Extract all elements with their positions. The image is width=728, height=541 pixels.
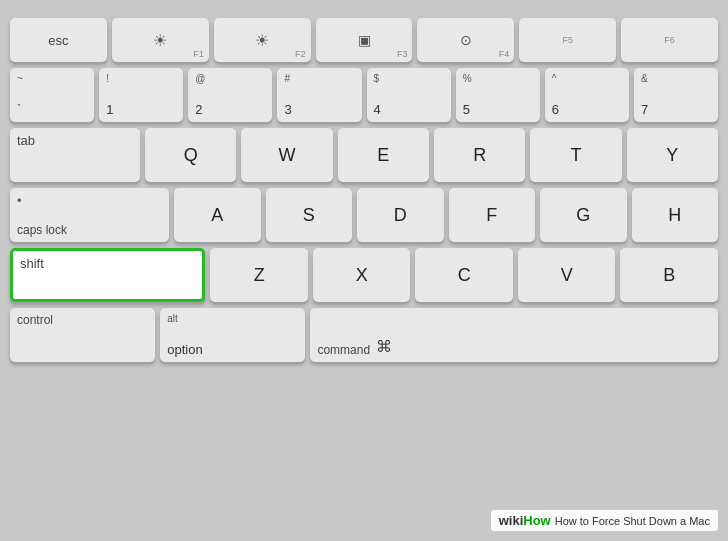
- key-7[interactable]: & 7: [634, 68, 718, 122]
- f-letter: F: [456, 205, 529, 226]
- key-option[interactable]: alt option: [160, 308, 305, 362]
- key-caps[interactable]: • caps lock: [10, 188, 169, 242]
- h-letter: H: [639, 205, 712, 226]
- tilde-bottom: `: [17, 102, 87, 117]
- key-v[interactable]: V: [518, 248, 616, 302]
- asdf-key-row: • caps lock A S D F G: [10, 188, 718, 242]
- key-f3[interactable]: ▣ F3: [316, 18, 413, 62]
- caps-label: caps lock: [17, 223, 162, 237]
- key-f6[interactable]: F6: [621, 18, 718, 62]
- q-letter: Q: [152, 145, 229, 166]
- f2-icon: ☀: [255, 31, 269, 50]
- key5-bottom: 5: [463, 102, 533, 117]
- d-letter: D: [364, 205, 437, 226]
- key-f4[interactable]: ⊙ F4: [417, 18, 514, 62]
- key1-top: !: [106, 73, 176, 85]
- e-letter: E: [345, 145, 422, 166]
- c-letter: C: [422, 265, 506, 286]
- key-t[interactable]: T: [530, 128, 621, 182]
- keyboard-image: esc ☀ F1 ☀ F2 ▣ F3 ⊙ F4: [0, 0, 728, 541]
- key-f1[interactable]: ☀ F1: [112, 18, 209, 62]
- y-letter: Y: [634, 145, 711, 166]
- option-bottom: option: [167, 342, 298, 357]
- key-6[interactable]: ^ 6: [545, 68, 629, 122]
- tab-label: tab: [17, 133, 133, 148]
- caps-dot: •: [17, 193, 162, 208]
- w-letter: W: [248, 145, 325, 166]
- key-5[interactable]: % 5: [456, 68, 540, 122]
- r-letter: R: [441, 145, 518, 166]
- key-c[interactable]: C: [415, 248, 513, 302]
- wiki-text: wiki: [499, 513, 524, 528]
- shift-label: shift: [20, 256, 195, 271]
- t-letter: T: [537, 145, 614, 166]
- x-letter: X: [320, 265, 404, 286]
- command-icon: ⌘: [376, 337, 392, 356]
- key-control[interactable]: control: [10, 308, 155, 362]
- how-text: How: [523, 513, 550, 528]
- key-w[interactable]: W: [241, 128, 332, 182]
- key2-top: @: [195, 73, 265, 85]
- key-x[interactable]: X: [313, 248, 411, 302]
- key-f5[interactable]: F5: [519, 18, 616, 62]
- key-esc[interactable]: esc: [10, 18, 107, 62]
- key2-bottom: 2: [195, 102, 265, 117]
- key-z[interactable]: Z: [210, 248, 308, 302]
- key3-bottom: 3: [284, 102, 354, 117]
- key-e[interactable]: E: [338, 128, 429, 182]
- key7-top: &: [641, 73, 711, 85]
- f1-label: F1: [193, 49, 204, 59]
- key6-bottom: 6: [552, 102, 622, 117]
- b-letter: B: [627, 265, 711, 286]
- key1-bottom: 1: [106, 102, 176, 117]
- key-y[interactable]: Y: [627, 128, 718, 182]
- badge-desc: How to Force Shut Down a Mac: [555, 515, 710, 527]
- key-tilde[interactable]: ~ `: [10, 68, 94, 122]
- key-s[interactable]: S: [266, 188, 353, 242]
- f4-label: F4: [499, 49, 510, 59]
- z-letter: Z: [217, 265, 301, 286]
- key-1[interactable]: ! 1: [99, 68, 183, 122]
- f2-label: F2: [295, 49, 306, 59]
- key5-top: %: [463, 73, 533, 85]
- key-g[interactable]: G: [540, 188, 627, 242]
- f6-label: F6: [664, 35, 675, 45]
- key3-top: #: [284, 73, 354, 85]
- esc-label: esc: [48, 33, 68, 48]
- key-b[interactable]: B: [620, 248, 718, 302]
- key-d[interactable]: D: [357, 188, 444, 242]
- f1-icon: ☀: [153, 31, 167, 50]
- key-q[interactable]: Q: [145, 128, 236, 182]
- qwerty-key-row: tab Q W E R T: [10, 128, 718, 182]
- zxcv-key-row: shift Z X C V B: [10, 248, 718, 302]
- key-4[interactable]: $ 4: [367, 68, 451, 122]
- a-letter: A: [181, 205, 254, 226]
- g-letter: G: [547, 205, 620, 226]
- tilde-top: ~: [17, 73, 87, 85]
- key-2[interactable]: @ 2: [188, 68, 272, 122]
- v-letter: V: [525, 265, 609, 286]
- key-h[interactable]: H: [632, 188, 719, 242]
- key4-top: $: [374, 73, 444, 85]
- key-tab[interactable]: tab: [10, 128, 140, 182]
- option-top: alt: [167, 313, 298, 325]
- modifier-key-row: control alt option command ⌘: [10, 308, 718, 362]
- key6-top: ^: [552, 73, 622, 85]
- key-shift[interactable]: shift: [10, 248, 205, 302]
- key-3[interactable]: # 3: [277, 68, 361, 122]
- f3-label: F3: [397, 49, 408, 59]
- key4-bottom: 4: [374, 102, 444, 117]
- key-f2[interactable]: ☀ F2: [214, 18, 311, 62]
- f5-label: F5: [562, 35, 573, 45]
- s-letter: S: [273, 205, 346, 226]
- key7-bottom: 7: [641, 102, 711, 117]
- fn-key-row: esc ☀ F1 ☀ F2 ▣ F3 ⊙ F4: [10, 18, 718, 62]
- key-f[interactable]: F: [449, 188, 536, 242]
- f3-icon: ▣: [358, 32, 371, 48]
- number-key-row: ~ ` ! 1 @ 2 # 3 $ 4: [10, 68, 718, 122]
- wikihow-badge: wikiHowHow to Force Shut Down a Mac: [491, 510, 718, 531]
- key-r[interactable]: R: [434, 128, 525, 182]
- key-command[interactable]: command ⌘: [310, 308, 718, 362]
- f4-icon: ⊙: [460, 32, 472, 48]
- key-a[interactable]: A: [174, 188, 261, 242]
